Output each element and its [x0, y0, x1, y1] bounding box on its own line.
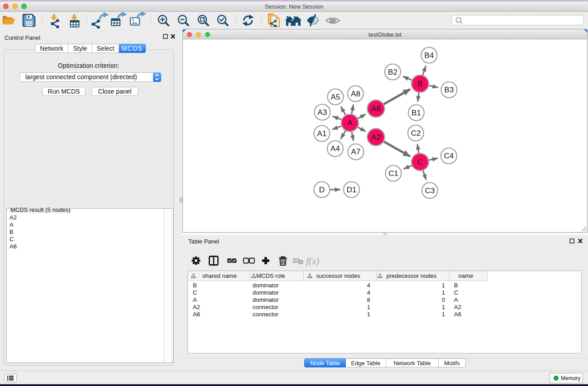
svg-text:C3: C3 — [425, 186, 435, 195]
svg-text:B: B — [417, 80, 422, 88]
svg-text:B2: B2 — [388, 68, 397, 76]
svg-text:A7: A7 — [351, 148, 361, 156]
svg-text:A1: A1 — [317, 129, 327, 138]
svg-text:C4: C4 — [444, 152, 454, 160]
svg-text:A6: A6 — [371, 105, 381, 113]
svg-text:D: D — [319, 186, 325, 194]
svg-text:C2: C2 — [411, 129, 421, 138]
svg-text:A4: A4 — [330, 144, 340, 153]
svg-text:C1: C1 — [388, 169, 398, 178]
svg-text:C: C — [417, 158, 423, 167]
svg-text:B3: B3 — [445, 86, 454, 94]
svg-text:A2: A2 — [371, 133, 381, 142]
svg-text:D1: D1 — [347, 186, 357, 194]
svg-text:A3: A3 — [318, 108, 327, 117]
svg-text:A: A — [347, 119, 353, 127]
svg-text:B4: B4 — [425, 51, 434, 60]
svg-text:A8: A8 — [351, 90, 360, 98]
svg-text:f(x): f(x) — [306, 256, 319, 267]
svg-text:A5: A5 — [331, 93, 340, 101]
svg-text:B1: B1 — [411, 109, 421, 117]
